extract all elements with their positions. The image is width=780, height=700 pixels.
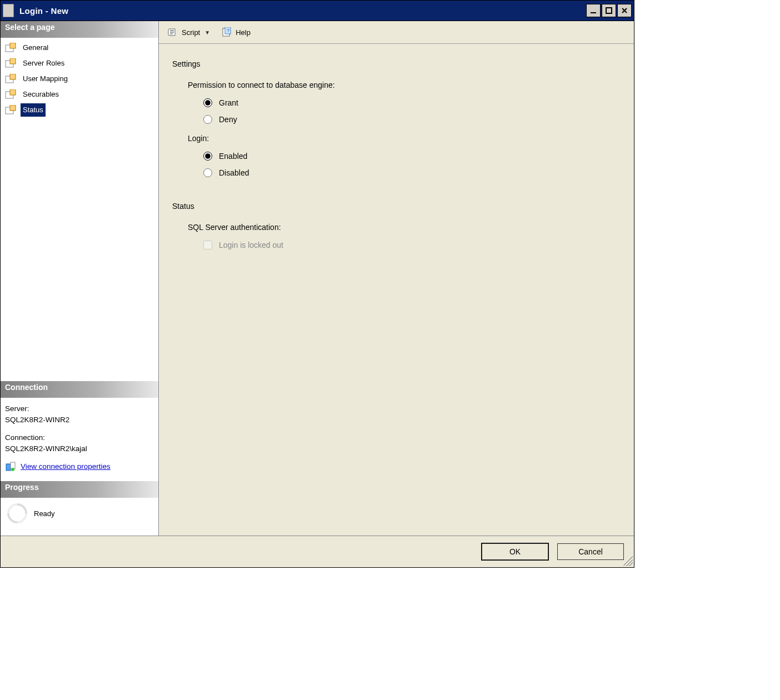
server-value: SQL2K8R2-WINR2	[5, 414, 154, 426]
help-icon: ?	[221, 27, 232, 38]
page-item-user-mapping[interactable]: User Mapping	[1, 71, 158, 87]
page-item-general[interactable]: General	[1, 40, 158, 56]
permission-grant-radio[interactable]: Grant	[203, 98, 621, 107]
permission-deny-radio[interactable]: Deny	[203, 115, 621, 124]
login-label: Login:	[188, 134, 621, 143]
login-disabled-radio[interactable]: Disabled	[203, 168, 621, 177]
connection-props-icon	[5, 461, 16, 472]
status-group-label: Status	[172, 202, 621, 211]
page-icon	[4, 58, 17, 69]
settings-group-label: Settings	[172, 59, 621, 68]
login-enabled-label: Enabled	[219, 152, 247, 161]
page-icon	[4, 89, 17, 100]
svg-rect-7	[10, 74, 16, 79]
connection-value: SQL2K8R2-WINR2\kajal	[5, 443, 154, 454]
progress-block: Ready	[1, 498, 158, 536]
svg-point-14	[11, 468, 14, 471]
sql-auth-label: SQL Server authentication:	[188, 223, 621, 232]
permission-deny-label: Deny	[219, 115, 237, 124]
permission-deny-input[interactable]	[203, 115, 212, 124]
permission-grant-label: Grant	[219, 98, 238, 107]
svg-rect-5	[10, 58, 16, 64]
page-item-securables[interactable]: Securables	[1, 87, 158, 102]
connection-label: Connection:	[5, 432, 154, 443]
cancel-button[interactable]: Cancel	[557, 543, 624, 560]
script-icon	[167, 27, 178, 38]
title-bar: Login - New	[1, 1, 634, 21]
close-button[interactable]	[617, 4, 632, 17]
page-icon	[4, 104, 17, 116]
script-label: Script	[182, 28, 200, 37]
left-panel: Select a page General Server Roles	[1, 21, 159, 536]
chevron-down-icon: ▼	[204, 29, 210, 36]
page-item-label: General	[21, 41, 51, 54]
resize-grip-icon[interactable]	[623, 556, 633, 566]
view-connection-properties-link[interactable]: View connection properties	[21, 461, 111, 472]
help-label: Help	[236, 28, 251, 37]
page-icon	[4, 73, 17, 84]
login-disabled-label: Disabled	[219, 168, 249, 177]
page-item-label: Server Roles	[21, 57, 67, 70]
locked-out-label: Login is locked out	[219, 241, 283, 249]
form-area: Settings Permission to connect to databa…	[159, 44, 634, 536]
page-item-status[interactable]: Status	[1, 102, 158, 118]
connection-header: Connection	[1, 381, 158, 398]
connection-block: Server: SQL2K8R2-WINR2 Connection: SQL2K…	[1, 398, 158, 481]
login-enabled-input[interactable]	[203, 152, 212, 161]
ok-button[interactable]: OK	[482, 543, 548, 560]
login-enabled-radio[interactable]: Enabled	[203, 152, 621, 161]
app-icon	[3, 4, 14, 17]
server-label: Server:	[5, 403, 154, 414]
maximize-button[interactable]	[602, 4, 616, 17]
locked-out-checkbox: Login is locked out	[203, 241, 621, 249]
permission-grant-input[interactable]	[203, 98, 212, 107]
page-item-label: Status	[21, 103, 46, 117]
page-item-label: Securables	[21, 88, 61, 101]
svg-rect-9	[10, 89, 16, 95]
svg-rect-0	[591, 12, 596, 13]
help-button[interactable]: ? Help	[217, 24, 254, 40]
page-item-label: User Mapping	[21, 72, 70, 86]
svg-text:?: ?	[227, 28, 229, 33]
bottom-bar: OK Cancel	[1, 536, 634, 567]
svg-rect-11	[10, 105, 16, 111]
minimize-button[interactable]	[586, 4, 601, 17]
page-item-server-roles[interactable]: Server Roles	[1, 56, 158, 71]
page-icon	[4, 42, 17, 53]
toolbar: Script ▼ ? Help	[159, 21, 634, 44]
svg-rect-1	[606, 8, 612, 13]
progress-spinner-icon	[7, 503, 27, 523]
right-panel: Script ▼ ? Help Settings Permission to c…	[159, 21, 634, 536]
locked-out-input	[203, 241, 212, 249]
permission-label: Permission to connect to database engine…	[188, 81, 621, 89]
progress-status: Ready	[34, 509, 55, 518]
select-page-header: Select a page	[1, 21, 158, 38]
login-disabled-input[interactable]	[203, 168, 212, 177]
svg-rect-12	[6, 464, 11, 471]
script-button[interactable]: Script ▼	[163, 24, 214, 40]
window-title: Login - New	[19, 6, 586, 16]
progress-header: Progress	[1, 481, 158, 498]
svg-rect-3	[10, 43, 16, 48]
page-list: General Server Roles User Mapping	[1, 38, 158, 120]
